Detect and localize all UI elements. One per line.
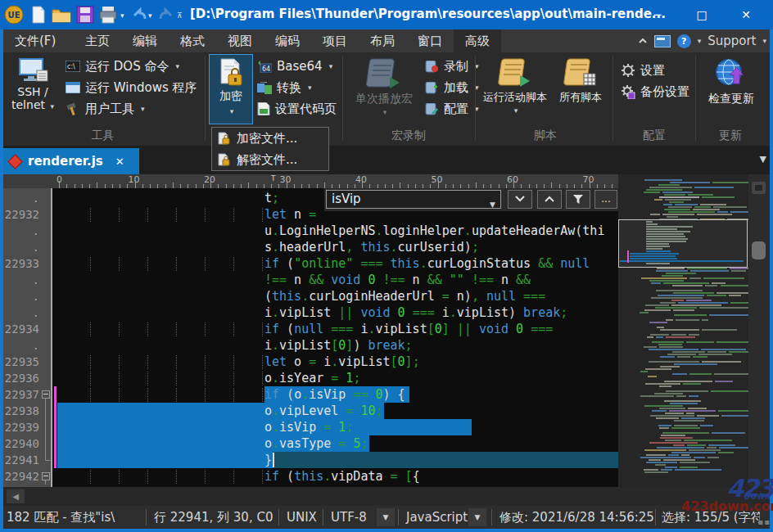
search-history-dropdown-icon[interactable]: ▼ (490, 196, 495, 214)
minimap-line (659, 385, 671, 387)
ribbon-collapse-icon[interactable] (638, 37, 648, 45)
vertical-scrollbar[interactable] (748, 174, 770, 487)
user-tools-dropdown-icon: ▾ (141, 105, 145, 113)
open-folder-icon[interactable] (51, 5, 70, 25)
vertical-scrollbar-thumb[interactable] (752, 241, 766, 259)
print-dropdown-icon[interactable]: ▾ (120, 11, 124, 20)
minimap[interactable] (618, 174, 748, 487)
code-row[interactable]: i.vipList || void 0 === i.vipList) break… (54, 304, 618, 321)
all-scripts-button[interactable]: 所有脚本 (552, 54, 609, 123)
help-icon[interactable]: ? (677, 34, 691, 48)
syntax-dropdown-icon[interactable]: ▼ (468, 508, 486, 526)
menu-tab-advanced[interactable]: 高级 (454, 29, 501, 52)
tab-renderer-js[interactable]: renderer.js ✕ (2, 148, 139, 174)
code-row[interactable]: } (54, 452, 618, 468)
code-row[interactable]: o.isVip = 1; (54, 419, 618, 435)
minimap-line (676, 319, 698, 321)
code-row[interactable]: if (this.vipData = [{ (54, 468, 618, 485)
minimap-line (693, 209, 720, 210)
run-dos-button[interactable]: c:\ 运行 DOS 命令▾ (66, 57, 179, 75)
configure-macro-button[interactable]: 配置▾ (424, 100, 479, 118)
print-icon[interactable] (98, 5, 118, 25)
find-filter-button[interactable] (566, 190, 590, 209)
find-previous-button[interactable] (537, 190, 562, 209)
run-windows-button[interactable]: 运行 Windows 程序 (66, 79, 197, 97)
minimap-line (701, 349, 746, 350)
menu-item-encrypt-file[interactable]: 加密文件... (212, 128, 328, 149)
menu-tab-layout[interactable]: 布局 (359, 29, 406, 52)
code-row[interactable]: o.vasType = 5; (54, 435, 618, 452)
base64-button[interactable]: 64 Base64▾ (257, 57, 332, 75)
settings-button[interactable]: 设置 (621, 61, 665, 79)
convert-button[interactable]: 转换▾ (257, 79, 312, 97)
new-file-icon[interactable] (29, 5, 49, 25)
code-row[interactable]: let o = i.vipList[0]; (54, 354, 618, 370)
menu-tab-format[interactable]: 格式 (169, 29, 216, 52)
user-tools-button[interactable]: 用户工具▾ (66, 100, 145, 118)
check-update-button[interactable]: 检查更新 (701, 54, 762, 123)
save-icon[interactable] (75, 5, 95, 25)
undo-icon[interactable] (129, 5, 149, 25)
line-number: 22933 (3, 255, 51, 272)
fold-collapse-icon[interactable] (42, 472, 50, 480)
undo-dropdown-icon[interactable]: ▾ (148, 11, 152, 20)
minimap-line (656, 290, 703, 291)
search-input[interactable]: isVip ▼ (326, 190, 501, 209)
status-syntax[interactable]: JavaScript (406, 506, 468, 529)
dos-dropdown-icon: ▾ (175, 62, 179, 70)
code-row[interactable]: i.vipList[0]) break; (54, 337, 618, 354)
status-encoding[interactable]: UTF-8 (331, 506, 367, 529)
encrypt-button[interactable]: 加密 ▾ (209, 54, 253, 124)
menu-tab-edit[interactable]: 编辑 (121, 29, 169, 52)
minimap-line (686, 413, 694, 414)
code-row[interactable]: if ("online" === this.curLoginStatus && … (54, 255, 618, 272)
code-row[interactable]: u.LoginHelperNS.loginHelper.updateHeader… (54, 223, 618, 239)
keyboard-icon[interactable] (654, 35, 671, 47)
ruler-number: 30 (280, 174, 292, 185)
status-caret-position: 行 22941, 列 30, C0 (154, 506, 273, 529)
menu-tab-project[interactable]: 项目 (311, 29, 359, 52)
support-menu[interactable]: Support (707, 34, 756, 48)
codepage-button[interactable]: 设置代码页 (257, 100, 337, 118)
tab-list-dropdown-icon[interactable]: ▼ (760, 154, 766, 165)
scroll-marker-button[interactable] (752, 182, 766, 194)
run-active-script-button[interactable]: 运行活动脚本 ▾ (481, 54, 549, 123)
maximize-button[interactable]: □ (683, 0, 721, 29)
ssh-telnet-button[interactable]: SSH / telnet ▾ (7, 54, 59, 123)
code-row[interactable]: o.vipLevel = 10; (54, 403, 618, 419)
menu-item-decrypt-file[interactable]: 解密文件... (212, 149, 328, 170)
minimize-button[interactable]: ─ (639, 0, 676, 29)
code-row[interactable]: (this.curLoginHeaderUrl = n), null === (54, 288, 618, 304)
backup-settings-button[interactable]: 备份设置 (621, 83, 689, 101)
code-editor[interactable]: t;let n =u.LoginHelperNS.loginHelper.upd… (52, 188, 618, 487)
encoding-dropdown-icon[interactable]: ▼ (377, 508, 395, 526)
minimap-line (700, 204, 726, 205)
watermark-site: 423down.com (681, 499, 773, 514)
fold-collapse-icon[interactable] (42, 390, 50, 399)
code-row[interactable]: s.headerUrl, this.curUserid); (54, 239, 618, 255)
minimap-line (716, 292, 748, 294)
find-more-button[interactable]: ... (594, 190, 617, 209)
scroll-left-arrow[interactable]: ◀ (7, 489, 25, 503)
record-macro-button[interactable]: 录制▾ (424, 57, 479, 75)
help-dropdown-icon[interactable]: ▾ (698, 37, 702, 45)
menu-tab-home[interactable]: 主页 (74, 29, 121, 52)
horizontal-scrollbar[interactable]: ◀ (3, 487, 770, 506)
support-dropdown-icon[interactable]: ▾ (762, 37, 766, 45)
menu-tab-file[interactable]: 文件(F) (3, 29, 67, 52)
close-button[interactable]: ✕ (727, 0, 765, 29)
code-row[interactable]: !== n && void 0 !== n && "" !== n && (54, 272, 618, 288)
code-row[interactable]: if (null === i.vipList[0] || void 0 === (54, 321, 618, 337)
qat-customize-icon[interactable]: ⊼ (177, 11, 183, 20)
menu-tab-window[interactable]: 窗口 (406, 29, 454, 52)
tab-close-icon[interactable]: ✕ (115, 156, 124, 168)
minimap-viewport[interactable] (618, 219, 748, 268)
code-row[interactable]: if (o.isVip == 0) { (54, 386, 618, 403)
status-line-ending[interactable]: UNIX (287, 506, 317, 529)
find-next-button[interactable] (508, 190, 532, 209)
menu-tab-encoding[interactable]: 编码 (264, 29, 311, 52)
load-macro-button[interactable]: 加载▾ (424, 79, 479, 97)
indent-guide (262, 470, 263, 484)
code-row[interactable]: o.isYear = 1; (54, 370, 618, 386)
menu-tab-view[interactable]: 视图 (216, 29, 264, 52)
